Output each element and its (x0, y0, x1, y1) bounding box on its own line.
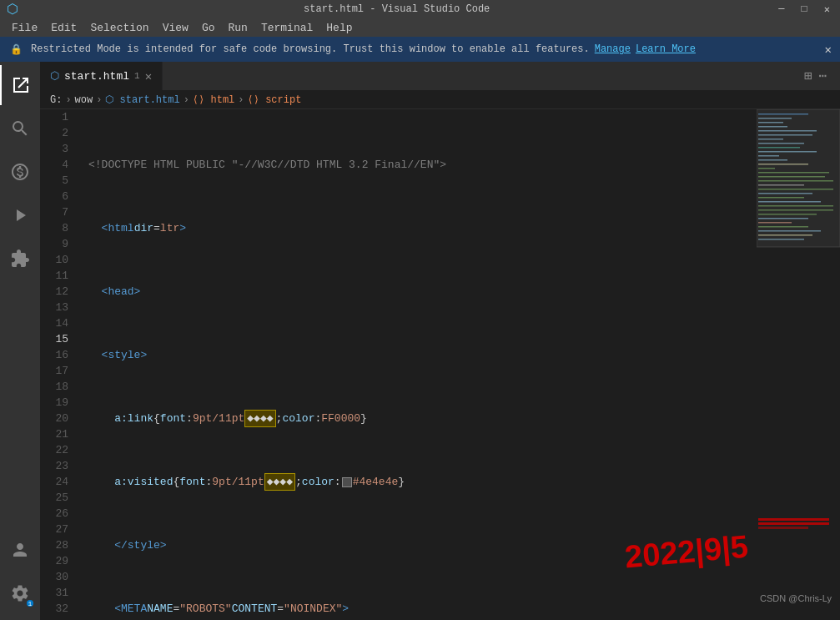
activity-bar: 1 (0, 62, 40, 620)
more-actions-icon[interactable]: ⋯ (818, 68, 827, 84)
line-num-9: 9 (40, 236, 75, 252)
menu-run[interactable]: Run (223, 18, 252, 37)
activity-search[interactable] (0, 108, 40, 149)
line-num-11: 11 (40, 268, 75, 284)
menu-bar: File Edit Selection View Go Run Terminal… (0, 18, 840, 37)
code-line-3: <head> (88, 284, 750, 300)
code-line-4: <style> (88, 347, 750, 363)
manage-link[interactable]: Manage (595, 43, 631, 55)
svg-rect-34 (758, 527, 808, 529)
title-bar-title: start.html - Visual Studio Code (18, 3, 775, 15)
line-num-27: 27 (40, 522, 75, 537)
title-bar-left: ⬡ (7, 1, 18, 18)
menu-selection[interactable]: Selection (85, 18, 153, 37)
code-line-5: a:link {font:9pt/11pt ◆◆◆◆; color:FF0000… (88, 411, 750, 426)
line-num-17: 17 (40, 363, 75, 379)
line-num-28: 28 (40, 537, 75, 553)
code-line-7: </style> (88, 537, 750, 553)
code-line-6: a:visited {font:9pt/11pt ◆◆◆◆; color:#4e… (88, 474, 750, 490)
line-num-30: 30 (40, 569, 75, 585)
main-layout: 1 ⬡ start.html 1 ✕ ⊞ ⋯ G: › wow › ⬡ star… (0, 62, 840, 620)
menu-edit[interactable]: Edit (46, 18, 82, 37)
tab-start-html[interactable]: ⬡ start.html 1 ✕ (40, 62, 163, 90)
minimap (757, 109, 840, 620)
svg-rect-31 (757, 109, 840, 247)
breadcrumb-html[interactable]: ⟨⟩ html (193, 93, 234, 106)
app-icon: ⬡ (7, 1, 18, 18)
breadcrumb: G: › wow › ⬡ start.html › ⟨⟩ html › ⟨⟩ s… (40, 91, 840, 109)
menu-go[interactable]: Go (197, 18, 220, 37)
csdn-credit: CSDN @Chris-Ly (760, 593, 832, 603)
close-button[interactable]: ✕ (821, 3, 833, 16)
code-content[interactable]: <!DOCTYPE HTML PUBLIC "-//W3C//DTD HTML … (82, 109, 757, 620)
line-num-31: 31 (40, 585, 75, 601)
line-num-33: 33 (40, 617, 75, 620)
tab-close-button[interactable]: ✕ (145, 69, 152, 83)
learn-more-link[interactable]: Learn More (636, 43, 696, 55)
banner-close-button[interactable]: ✕ (825, 43, 832, 57)
line-num-29: 29 (40, 553, 75, 569)
maximize-button[interactable]: □ (798, 3, 811, 15)
menu-view[interactable]: View (158, 18, 194, 37)
activity-run-debug[interactable] (0, 195, 40, 235)
line-num-32: 32 (40, 601, 75, 617)
line-numbers: 1 2 3 4 5 6 7 8 9 10 11 12 13 14 15 16 1… (40, 109, 82, 620)
line-num-21: 21 (40, 426, 75, 442)
activity-explorer[interactable] (0, 65, 40, 105)
breadcrumb-file[interactable]: ⬡ start.html (105, 93, 179, 106)
activity-settings[interactable]: 1 (0, 573, 40, 613)
tab-label: ⬡ (50, 69, 59, 83)
line-num-3: 3 (40, 141, 75, 157)
svg-rect-32 (758, 518, 829, 521)
line-num-1: 1 (40, 109, 75, 125)
svg-rect-33 (758, 522, 829, 525)
activity-source-control[interactable] (0, 152, 40, 192)
restricted-banner-text: Restricted Mode is intended for safe cod… (31, 43, 590, 55)
tab-actions: ⊞ ⋯ (797, 62, 833, 90)
tab-filename: start.html (64, 70, 129, 83)
code-line-8: <META NAME="ROBOTS" CONTENT="NOINDEX"> (88, 601, 750, 617)
line-num-7: 7 (40, 204, 75, 220)
line-num-8: 8 (40, 220, 75, 236)
line-num-25: 25 (40, 490, 75, 506)
line-num-22: 22 (40, 442, 75, 458)
line-num-16: 16 (40, 347, 75, 363)
activity-bar-bottom: 1 (0, 530, 40, 620)
tab-bar: ⬡ start.html 1 ✕ ⊞ ⋯ (40, 62, 840, 91)
line-num-10: 10 (40, 252, 75, 268)
minimize-button[interactable]: ─ (775, 3, 787, 15)
breadcrumb-wow[interactable]: wow (75, 94, 93, 106)
menu-file[interactable]: File (7, 18, 43, 37)
line-num-26: 26 (40, 506, 75, 522)
restricted-banner: 🔒 Restricted Mode is intended for safe c… (0, 37, 840, 62)
line-num-19: 19 (40, 395, 75, 411)
shield-icon: 🔒 (10, 43, 23, 56)
breadcrumb-g[interactable]: G: (50, 94, 62, 106)
breadcrumb-script[interactable]: ⟨⟩ script (248, 93, 302, 106)
title-bar-controls: ─ □ ✕ (775, 3, 833, 16)
code-editor[interactable]: 1 2 3 4 5 6 7 8 9 10 11 12 13 14 15 16 1… (40, 109, 840, 620)
line-num-4: 4 (40, 157, 75, 173)
title-bar: ⬡ start.html - Visual Studio Code ─ □ ✕ (0, 0, 840, 18)
split-editor-icon[interactable]: ⊞ (804, 68, 812, 84)
line-num-18: 18 (40, 379, 75, 395)
line-num-24: 24 (40, 474, 75, 490)
line-num-5: 5 (40, 173, 75, 189)
activity-accounts[interactable] (0, 530, 40, 570)
line-num-13: 13 (40, 300, 75, 315)
line-num-6: 6 (40, 189, 75, 204)
menu-help[interactable]: Help (321, 18, 357, 37)
code-line-1: <!DOCTYPE HTML PUBLIC "-//W3C//DTD HTML … (88, 157, 750, 173)
editor-area: ⬡ start.html 1 ✕ ⊞ ⋯ G: › wow › ⬡ start.… (40, 62, 840, 620)
line-num-2: 2 (40, 125, 75, 141)
menu-terminal[interactable]: Terminal (256, 18, 318, 37)
tab-number: 1 (134, 71, 140, 81)
line-num-20: 20 (40, 411, 75, 426)
line-num-23: 23 (40, 458, 75, 474)
line-num-12: 12 (40, 284, 75, 300)
code-line-2: <html dir=ltr> (88, 220, 750, 236)
line-num-14: 14 (40, 315, 75, 331)
activity-extensions[interactable] (0, 239, 40, 279)
line-num-15: 15 (40, 331, 75, 347)
